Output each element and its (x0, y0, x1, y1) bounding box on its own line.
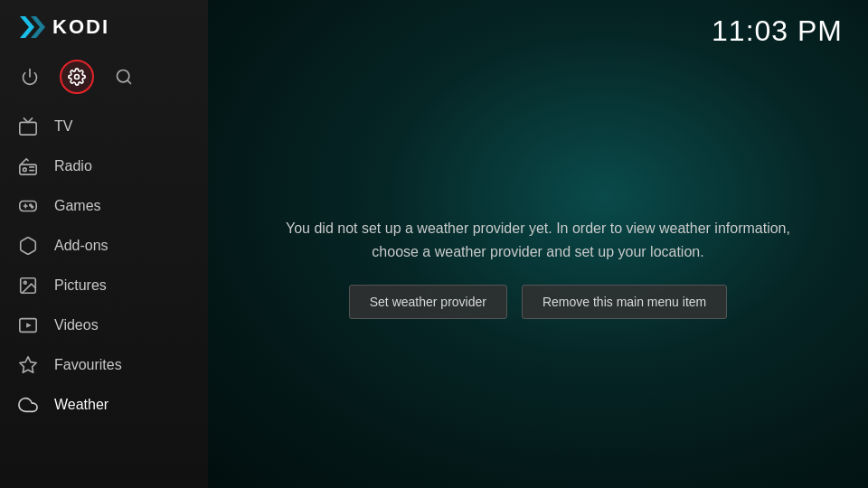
tv-icon (16, 115, 40, 138)
svg-point-8 (24, 168, 27, 172)
sidebar: KODI (0, 0, 208, 488)
sidebar-item-favourites[interactable]: Favourites (0, 345, 208, 385)
svg-point-17 (24, 281, 26, 284)
games-icon (16, 194, 40, 218)
clock: 11:03 PM (712, 14, 843, 48)
sidebar-item-weather[interactable]: Weather (0, 385, 208, 425)
sidebar-item-pictures[interactable]: Pictures (0, 266, 208, 305)
search-icon (115, 68, 133, 86)
radio-icon (16, 155, 40, 178)
svg-rect-7 (20, 164, 36, 174)
sidebar-item-games[interactable]: Games (0, 186, 208, 226)
addons-icon (16, 234, 40, 258)
videos-icon (16, 314, 40, 337)
weather-message-box: You did not set up a weather provider ye… (262, 217, 814, 319)
set-weather-provider-button[interactable]: Set weather provider (349, 285, 507, 319)
svg-marker-20 (20, 357, 36, 372)
gear-icon (68, 68, 86, 86)
sidebar-item-radio-label: Radio (54, 158, 92, 174)
content-area: You did not set up a weather provider ye… (208, 48, 868, 488)
sidebar-item-addons-label: Add-ons (54, 238, 108, 254)
weather-buttons: Set weather provider Remove this main me… (349, 285, 727, 319)
sidebar-item-tv-label: TV (54, 118, 72, 135)
sidebar-item-games-label: Games (54, 198, 101, 214)
sidebar-item-pictures-label: Pictures (54, 277, 107, 294)
svg-rect-6 (20, 122, 36, 135)
settings-button[interactable] (60, 60, 94, 94)
sidebar-item-weather-label: Weather (54, 397, 108, 413)
kodi-logo-icon (16, 13, 45, 42)
svg-rect-11 (20, 202, 36, 211)
svg-line-5 (127, 80, 131, 84)
svg-point-15 (32, 206, 33, 208)
favourites-icon (16, 353, 40, 377)
power-icon (21, 68, 39, 86)
pictures-icon (16, 274, 40, 297)
kodi-logo: KODI (16, 13, 109, 42)
sidebar-item-addons[interactable]: Add-ons (0, 226, 208, 266)
weather-icon (16, 393, 40, 417)
kodi-logo-text: KODI (52, 15, 109, 39)
sidebar-item-videos-label: Videos (54, 317, 99, 333)
sidebar-nav: TV Radio (0, 103, 208, 488)
main-content: 11:03 PM You did not set up a weather pr… (208, 0, 868, 488)
sidebar-item-radio[interactable]: Radio (0, 146, 208, 186)
svg-marker-0 (20, 16, 34, 38)
sidebar-item-videos[interactable]: Videos (0, 305, 208, 345)
sidebar-item-favourites-label: Favourites (54, 357, 122, 373)
sidebar-item-tv[interactable]: TV (0, 107, 208, 146)
sidebar-header: KODI (0, 0, 208, 54)
svg-point-3 (75, 75, 80, 80)
svg-marker-19 (26, 323, 32, 328)
sidebar-icons-row (0, 54, 208, 103)
weather-message-text: You did not set up a weather provider ye… (262, 217, 814, 263)
remove-menu-item-button[interactable]: Remove this main menu item (522, 285, 727, 319)
power-button[interactable] (13, 60, 47, 94)
topbar: 11:03 PM (208, 0, 868, 48)
search-button[interactable] (107, 60, 141, 94)
